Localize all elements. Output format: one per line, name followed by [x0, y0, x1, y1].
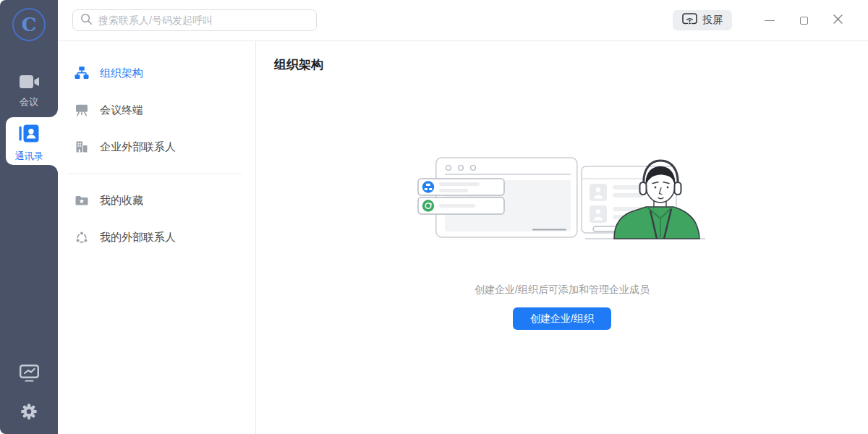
nav-item-label: 企业外部联系人: [100, 140, 176, 154]
app-window: C 会议 通讯录: [0, 0, 868, 434]
search-input[interactable]: [98, 14, 309, 26]
sidebar-bottom-buttons: [0, 362, 58, 425]
maximize-icon: [800, 17, 808, 25]
sidebar-item-meetings[interactable]: 会议: [0, 75, 58, 109]
maximize-button[interactable]: [796, 13, 811, 27]
tab-curve-bottom: [49, 165, 58, 174]
close-icon: [833, 14, 843, 26]
minimize-icon: [765, 20, 775, 21]
nav-item-org-structure[interactable]: 组织架构: [58, 63, 255, 83]
sidebar-item-label: 会议: [20, 95, 38, 109]
nav-item-label: 会议终端: [100, 103, 143, 117]
main-area: 组织架构: [256, 41, 868, 434]
tab-curve-top: [49, 109, 58, 117]
nav-item-label: 我的收藏: [100, 194, 143, 208]
empty-state-caption: 创建企业/组织后可添加和管理企业成员: [475, 282, 650, 297]
screen-cast-button[interactable]: 投屏: [673, 10, 732, 30]
nav-item-label: 组织架构: [100, 67, 143, 80]
close-button[interactable]: [830, 13, 845, 27]
video-camera-icon: [20, 75, 39, 91]
screen-cast-label: 投屏: [702, 14, 723, 27]
primary-sidebar: C 会议 通讯录: [0, 0, 58, 434]
empty-state-illustration: [417, 148, 707, 249]
stats-button[interactable]: [17, 362, 42, 387]
org-chart-icon: [75, 66, 89, 80]
right-panel: 投屏: [58, 0, 868, 434]
app-logo-letter: C: [22, 14, 37, 35]
sidebar-item-label: 通讯录: [15, 150, 43, 163]
window-controls: [762, 13, 845, 27]
content-area: 组织架构 会议终端 企业外部联系人: [58, 41, 868, 434]
nav-item-my-external-contacts[interactable]: 我的外部联系人: [58, 227, 255, 247]
sidebar-item-contacts[interactable]: 通讯录: [0, 124, 58, 163]
stats-monitor-icon: [20, 365, 39, 384]
search-icon: [80, 13, 93, 28]
app-logo: C: [12, 8, 46, 41]
search-box: [72, 9, 317, 31]
external-contacts-network-icon: [75, 230, 89, 244]
create-org-button[interactable]: 创建企业/组织: [513, 307, 611, 330]
sidebar-divider: [69, 174, 242, 174]
secondary-sidebar: 组织架构 会议终端 企业外部联系人: [58, 41, 256, 434]
settings-gear-icon: [20, 403, 38, 422]
contacts-book-icon: [19, 124, 39, 145]
page-title: 组织架构: [274, 56, 323, 74]
minimize-button[interactable]: [762, 13, 777, 27]
nav-item-my-favorites[interactable]: 我的收藏: [58, 190, 255, 210]
topbar: 投屏: [58, 0, 868, 41]
nav-item-enterprise-external-contacts[interactable]: 企业外部联系人: [58, 137, 255, 157]
nav-item-meeting-terminal[interactable]: 会议终端: [58, 100, 255, 120]
meeting-terminal-icon: [75, 103, 89, 117]
enterprise-buildings-icon: [75, 140, 89, 154]
favorites-folder-icon: [75, 193, 89, 208]
screen-cast-icon: [682, 13, 697, 27]
settings-button[interactable]: [17, 400, 41, 425]
nav-item-label: 我的外部联系人: [100, 231, 176, 244]
